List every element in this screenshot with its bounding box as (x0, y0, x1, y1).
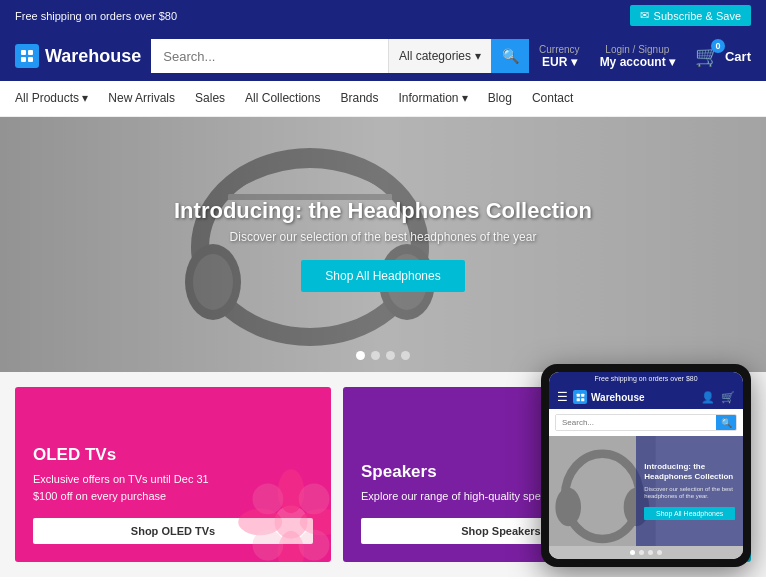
hero-subtitle: Discover our selection of the best headp… (174, 230, 592, 244)
svg-rect-3 (28, 57, 33, 62)
category-dropdown[interactable]: All categories ▾ (388, 39, 491, 73)
free-shipping-text: Free shipping on orders over $80 (15, 10, 177, 22)
logo-text: Warehouse (45, 46, 141, 67)
mobile-dot-1[interactable] (630, 550, 635, 555)
nav-item-contact[interactable]: Contact (532, 81, 573, 116)
subscribe-button[interactable]: ✉ Subscribe & Save (630, 5, 751, 26)
svg-rect-31 (576, 398, 579, 401)
category-label: All categories (399, 49, 471, 63)
nav-item-all-products[interactable]: All Products ▾ (15, 81, 88, 116)
hero-shop-button[interactable]: Shop All Headphones (301, 260, 464, 292)
mobile-header-icons: 👤 🛒 (701, 391, 735, 404)
mobile-top-bar: Free shipping on orders over $80 (549, 372, 743, 385)
dot-4[interactable] (401, 351, 410, 360)
nav-item-all-collections[interactable]: All Collections (245, 81, 320, 116)
svg-rect-32 (581, 398, 584, 401)
cart-badge: 0 (711, 39, 725, 53)
nav-item-brands[interactable]: Brands (340, 81, 378, 116)
cart-label: Cart (725, 49, 751, 64)
mobile-menu-icon[interactable]: ☰ (557, 390, 568, 404)
mobile-cart-icon[interactable]: 🛒 (721, 391, 735, 404)
search-input[interactable] (151, 39, 388, 73)
account-menu[interactable]: Login / Signup My account ▾ (600, 44, 675, 69)
hero-content: Introducing: the Headphones Collection D… (174, 198, 592, 292)
mobile-logo: Warehouse (573, 390, 645, 404)
mobile-header: ☰ Warehouse 👤 (549, 385, 743, 409)
cart-icon-wrap: 🛒 0 (695, 44, 720, 68)
currency-value: EUR ▾ (542, 55, 577, 69)
mobile-mockup: Free shipping on orders over $80 ☰ (541, 364, 751, 567)
search-icon: 🔍 (502, 48, 519, 64)
subscribe-label: Subscribe & Save (654, 10, 741, 22)
header: Warehouse All categories ▾ 🔍 Currency EU… (0, 31, 766, 81)
nav-item-new-arrivals[interactable]: New Arrivals (108, 81, 175, 116)
header-actions: Currency EUR ▾ Login / Signup My account… (539, 44, 751, 69)
chevron-down-icon: ▾ (475, 49, 481, 63)
svg-rect-1 (28, 50, 33, 55)
nav-item-blog[interactable]: Blog (488, 81, 512, 116)
main-nav: All Products ▾ New Arrivals Sales All Co… (0, 81, 766, 117)
nav-item-information[interactable]: Information ▾ (398, 81, 467, 116)
hero-title: Introducing: the Headphones Collection (174, 198, 592, 224)
svg-point-35 (555, 488, 581, 526)
mobile-hero-overlay: Introducing: the Headphones Collection D… (636, 436, 743, 546)
mobile-hero-subtitle: Discover our selection of the best headp… (644, 486, 735, 502)
mobile-logo-icon (573, 390, 587, 404)
hero-dots (356, 351, 410, 360)
mobile-dot-4[interactable] (657, 550, 662, 555)
oled-tv-card: OLED TVs Exclusive offers on TVs until D… (15, 387, 331, 562)
hero-section: Introducing: the Headphones Collection D… (0, 117, 766, 372)
mobile-dot-3[interactable] (648, 550, 653, 555)
mobile-account-icon[interactable]: 👤 (701, 391, 715, 404)
logo[interactable]: Warehouse (15, 44, 141, 68)
account-value: My account ▾ (600, 55, 675, 69)
currency-label: Currency (539, 44, 580, 55)
lower-section: OLED TVs Exclusive offers on TVs until D… (0, 372, 766, 577)
top-bar: Free shipping on orders over $80 ✉ Subsc… (0, 0, 766, 31)
cart-button[interactable]: 🛒 0 Cart (695, 44, 751, 68)
search-button[interactable]: 🔍 (491, 39, 529, 73)
oled-tv-title: OLED TVs (33, 445, 313, 465)
svg-point-16 (238, 509, 282, 535)
dot-2[interactable] (371, 351, 380, 360)
mobile-screen: Free shipping on orders over $80 ☰ (549, 372, 743, 559)
mobile-search-button[interactable]: 🔍 (716, 415, 736, 430)
nav-item-sales[interactable]: Sales (195, 81, 225, 116)
svg-rect-2 (21, 57, 26, 62)
mobile-dot-2[interactable] (639, 550, 644, 555)
email-icon: ✉ (640, 9, 649, 22)
search-bar: All categories ▾ 🔍 (151, 39, 529, 73)
logo-icon (15, 44, 39, 68)
mobile-hero-button[interactable]: Shop All Headphones (644, 507, 735, 520)
account-label: Login / Signup (605, 44, 669, 55)
dot-3[interactable] (386, 351, 395, 360)
mobile-hero: Introducing: the Headphones Collection D… (549, 436, 743, 546)
svg-rect-30 (581, 393, 584, 396)
mobile-search-bar: 🔍 (555, 414, 737, 431)
currency-selector[interactable]: Currency EUR ▾ (539, 44, 580, 69)
mobile-search-input[interactable] (556, 415, 716, 430)
mobile-hero-title: Introducing: the Headphones Collection (644, 462, 735, 483)
svg-rect-0 (21, 50, 26, 55)
dot-1[interactable] (356, 351, 365, 360)
svg-rect-29 (576, 393, 579, 396)
mobile-dots (549, 546, 743, 559)
svg-point-14 (278, 469, 304, 513)
